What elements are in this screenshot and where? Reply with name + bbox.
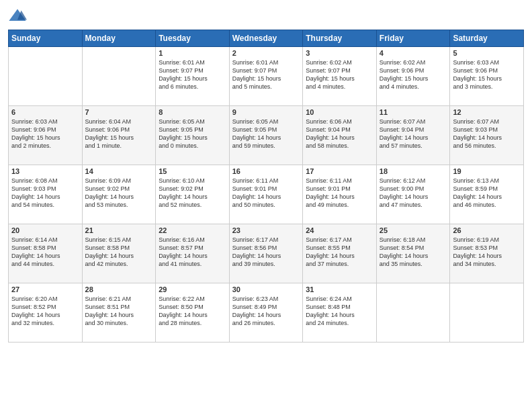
calendar-cell: 2Sunrise: 6:01 AM Sunset: 9:07 PM Daylig… <box>229 47 303 106</box>
calendar-week-row: 20Sunrise: 6:14 AM Sunset: 8:58 PM Dayli… <box>9 224 524 283</box>
day-number: 1 <box>159 49 226 57</box>
header <box>8 7 524 26</box>
day-detail: Sunrise: 6:10 AM Sunset: 9:02 PM Dayligh… <box>159 177 226 210</box>
day-detail: Sunrise: 6:02 AM Sunset: 9:07 PM Dayligh… <box>306 58 373 91</box>
day-detail: Sunrise: 6:14 AM Sunset: 8:58 PM Dayligh… <box>11 236 79 269</box>
day-detail: Sunrise: 6:17 AM Sunset: 8:56 PM Dayligh… <box>232 236 300 269</box>
calendar-week-row: 1Sunrise: 6:01 AM Sunset: 9:07 PM Daylig… <box>9 47 524 106</box>
day-number: 12 <box>453 108 521 116</box>
day-detail: Sunrise: 6:15 AM Sunset: 8:58 PM Dayligh… <box>85 236 153 269</box>
calendar-cell: 13Sunrise: 6:08 AM Sunset: 9:03 PM Dayli… <box>9 165 83 224</box>
weekday-header: Sunday <box>9 30 83 47</box>
weekday-header: Wednesday <box>229 30 303 47</box>
day-number: 11 <box>380 108 447 116</box>
day-detail: Sunrise: 6:07 AM Sunset: 9:04 PM Dayligh… <box>380 118 447 150</box>
day-detail: Sunrise: 6:03 AM Sunset: 9:06 PM Dayligh… <box>11 118 79 150</box>
calendar-cell: 19Sunrise: 6:13 AM Sunset: 8:59 PM Dayli… <box>450 165 524 224</box>
calendar-cell: 24Sunrise: 6:17 AM Sunset: 8:55 PM Dayli… <box>303 224 377 283</box>
day-number: 20 <box>11 226 79 234</box>
calendar-cell: 6Sunrise: 6:03 AM Sunset: 9:06 PM Daylig… <box>9 106 83 165</box>
calendar-cell: 20Sunrise: 6:14 AM Sunset: 8:58 PM Dayli… <box>9 224 83 283</box>
calendar-cell: 31Sunrise: 6:24 AM Sunset: 8:48 PM Dayli… <box>303 283 377 342</box>
day-detail: Sunrise: 6:08 AM Sunset: 9:03 PM Dayligh… <box>11 177 79 210</box>
day-number: 14 <box>85 167 153 175</box>
day-number: 13 <box>11 167 79 175</box>
day-detail: Sunrise: 6:21 AM Sunset: 8:51 PM Dayligh… <box>85 295 153 328</box>
weekday-header-row: SundayMondayTuesdayWednesdayThursdayFrid… <box>9 30 524 47</box>
day-number: 10 <box>306 108 373 116</box>
day-detail: Sunrise: 6:07 AM Sunset: 9:03 PM Dayligh… <box>453 118 521 150</box>
day-detail: Sunrise: 6:05 AM Sunset: 9:05 PM Dayligh… <box>159 118 226 150</box>
day-number: 31 <box>306 285 373 293</box>
day-detail: Sunrise: 6:20 AM Sunset: 8:52 PM Dayligh… <box>11 295 79 328</box>
calendar-cell: 26Sunrise: 6:19 AM Sunset: 8:53 PM Dayli… <box>450 224 524 283</box>
logo <box>8 7 30 26</box>
day-number: 26 <box>453 226 521 234</box>
calendar-week-row: 13Sunrise: 6:08 AM Sunset: 9:03 PM Dayli… <box>9 165 524 224</box>
calendar-cell: 16Sunrise: 6:11 AM Sunset: 9:01 PM Dayli… <box>229 165 303 224</box>
weekday-header: Monday <box>82 30 156 47</box>
day-detail: Sunrise: 6:17 AM Sunset: 8:55 PM Dayligh… <box>306 236 373 269</box>
calendar-week-row: 27Sunrise: 6:20 AM Sunset: 8:52 PM Dayli… <box>9 283 524 342</box>
day-detail: Sunrise: 6:13 AM Sunset: 8:59 PM Dayligh… <box>453 177 521 210</box>
day-number: 2 <box>232 49 300 57</box>
calendar-cell: 11Sunrise: 6:07 AM Sunset: 9:04 PM Dayli… <box>376 106 450 165</box>
day-detail: Sunrise: 6:04 AM Sunset: 9:06 PM Dayligh… <box>85 118 153 150</box>
calendar-cell: 4Sunrise: 6:02 AM Sunset: 9:06 PM Daylig… <box>376 47 450 106</box>
calendar-cell: 28Sunrise: 6:21 AM Sunset: 8:51 PM Dayli… <box>82 283 156 342</box>
day-number: 6 <box>11 108 79 116</box>
calendar-cell: 27Sunrise: 6:20 AM Sunset: 8:52 PM Dayli… <box>9 283 83 342</box>
day-detail: Sunrise: 6:11 AM Sunset: 9:01 PM Dayligh… <box>232 177 300 210</box>
day-number: 3 <box>306 49 373 57</box>
day-number: 8 <box>159 108 226 116</box>
day-number: 4 <box>380 49 447 57</box>
calendar-container: SundayMondayTuesdayWednesdayThursdayFrid… <box>0 0 532 411</box>
day-number: 18 <box>380 167 447 175</box>
day-detail: Sunrise: 6:09 AM Sunset: 9:02 PM Dayligh… <box>85 177 153 210</box>
day-number: 7 <box>85 108 153 116</box>
calendar-table: SundayMondayTuesdayWednesdayThursdayFrid… <box>8 30 524 342</box>
day-number: 25 <box>380 226 447 234</box>
calendar-cell: 23Sunrise: 6:17 AM Sunset: 8:56 PM Dayli… <box>229 224 303 283</box>
calendar-cell: 18Sunrise: 6:12 AM Sunset: 9:00 PM Dayli… <box>376 165 450 224</box>
calendar-cell: 25Sunrise: 6:18 AM Sunset: 8:54 PM Dayli… <box>376 224 450 283</box>
day-detail: Sunrise: 6:19 AM Sunset: 8:53 PM Dayligh… <box>453 236 521 269</box>
calendar-cell: 21Sunrise: 6:15 AM Sunset: 8:58 PM Dayli… <box>82 224 156 283</box>
day-detail: Sunrise: 6:11 AM Sunset: 9:01 PM Dayligh… <box>306 177 373 210</box>
day-detail: Sunrise: 6:01 AM Sunset: 9:07 PM Dayligh… <box>159 58 226 91</box>
calendar-cell: 14Sunrise: 6:09 AM Sunset: 9:02 PM Dayli… <box>82 165 156 224</box>
calendar-cell: 5Sunrise: 6:03 AM Sunset: 9:06 PM Daylig… <box>450 47 524 106</box>
day-number: 15 <box>159 167 226 175</box>
calendar-cell: 7Sunrise: 6:04 AM Sunset: 9:06 PM Daylig… <box>82 106 156 165</box>
weekday-header: Saturday <box>450 30 524 47</box>
day-detail: Sunrise: 6:02 AM Sunset: 9:06 PM Dayligh… <box>380 58 447 91</box>
calendar-cell: 15Sunrise: 6:10 AM Sunset: 9:02 PM Dayli… <box>156 165 230 224</box>
day-detail: Sunrise: 6:24 AM Sunset: 8:48 PM Dayligh… <box>306 295 373 328</box>
day-number: 30 <box>232 285 300 293</box>
day-number: 17 <box>306 167 373 175</box>
day-detail: Sunrise: 6:05 AM Sunset: 9:05 PM Dayligh… <box>232 118 300 150</box>
calendar-cell: 8Sunrise: 6:05 AM Sunset: 9:05 PM Daylig… <box>156 106 230 165</box>
day-detail: Sunrise: 6:18 AM Sunset: 8:54 PM Dayligh… <box>380 236 447 269</box>
day-number: 21 <box>85 226 153 234</box>
day-detail: Sunrise: 6:23 AM Sunset: 8:49 PM Dayligh… <box>232 295 300 328</box>
day-detail: Sunrise: 6:01 AM Sunset: 9:07 PM Dayligh… <box>232 58 300 91</box>
calendar-cell: 17Sunrise: 6:11 AM Sunset: 9:01 PM Dayli… <box>303 165 377 224</box>
day-number: 19 <box>453 167 521 175</box>
day-number: 28 <box>85 285 153 293</box>
calendar-cell: 30Sunrise: 6:23 AM Sunset: 8:49 PM Dayli… <box>229 283 303 342</box>
day-number: 27 <box>11 285 79 293</box>
calendar-cell <box>450 283 524 342</box>
calendar-cell: 12Sunrise: 6:07 AM Sunset: 9:03 PM Dayli… <box>450 106 524 165</box>
day-number: 22 <box>159 226 226 234</box>
calendar-cell: 1Sunrise: 6:01 AM Sunset: 9:07 PM Daylig… <box>156 47 230 106</box>
calendar-cell: 3Sunrise: 6:02 AM Sunset: 9:07 PM Daylig… <box>303 47 377 106</box>
calendar-cell <box>376 283 450 342</box>
calendar-cell: 29Sunrise: 6:22 AM Sunset: 8:50 PM Dayli… <box>156 283 230 342</box>
day-detail: Sunrise: 6:06 AM Sunset: 9:04 PM Dayligh… <box>306 118 373 150</box>
calendar-cell <box>82 47 156 106</box>
day-detail: Sunrise: 6:12 AM Sunset: 9:00 PM Dayligh… <box>380 177 447 210</box>
day-detail: Sunrise: 6:16 AM Sunset: 8:57 PM Dayligh… <box>159 236 226 269</box>
calendar-week-row: 6Sunrise: 6:03 AM Sunset: 9:06 PM Daylig… <box>9 106 524 165</box>
calendar-cell <box>9 47 83 106</box>
